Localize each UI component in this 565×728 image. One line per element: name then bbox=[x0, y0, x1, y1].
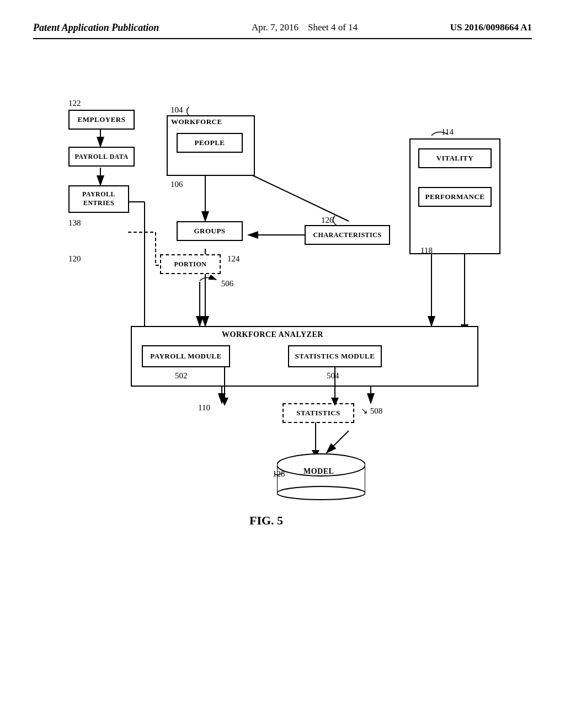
vitality-box: VITALITY bbox=[418, 148, 492, 168]
model-label: MODEL bbox=[303, 467, 334, 476]
ref-120: 120 bbox=[68, 254, 81, 264]
employers-box: EMPLOYERS bbox=[68, 110, 135, 130]
header-center: Apr. 7, 2016 Sheet 4 of 14 bbox=[252, 22, 358, 33]
svg-marker-22 bbox=[221, 398, 228, 406]
arrow-statistics bbox=[327, 367, 343, 409]
arrow-110 bbox=[216, 367, 233, 409]
header-date: Apr. 7, 2016 bbox=[252, 22, 299, 33]
portion-box: PORTION bbox=[160, 254, 221, 274]
people-box: PEOPLE bbox=[177, 133, 243, 153]
ref-128-line bbox=[271, 468, 285, 479]
performance-box: PERFORMANCE bbox=[418, 187, 492, 207]
groups-box: GROUPS bbox=[177, 221, 243, 241]
ref-106: 106 bbox=[170, 180, 183, 189]
characteristics-box: CHARACTERISTICS bbox=[305, 225, 390, 245]
ref-508: ↘ 508 bbox=[361, 406, 382, 416]
workforce-analyzer-label: WORKFORCE ANALYZER bbox=[222, 330, 323, 339]
model-cylinder bbox=[277, 453, 365, 502]
svg-point-29 bbox=[277, 486, 365, 500]
ref-118: 118 bbox=[420, 246, 433, 255]
ref-506: 506 bbox=[197, 275, 233, 288]
header-right: US 2016/0098664 A1 bbox=[450, 22, 532, 33]
ref-110: 110 bbox=[198, 403, 210, 413]
ref-104: 104 bbox=[170, 105, 183, 115]
page: Patent Application Publication Apr. 7, 2… bbox=[0, 0, 565, 728]
payroll-module-box: PAYROLL MODULE bbox=[142, 345, 230, 367]
header-left: Patent Application Publication bbox=[33, 22, 159, 34]
ref-114: 114 bbox=[441, 127, 454, 137]
ref-122: 122 bbox=[68, 99, 81, 108]
statistics-module-box: STATISTICS MODULE bbox=[288, 345, 382, 367]
payroll-data-box: PAYROLL DATA bbox=[68, 147, 135, 167]
ref-138: 138 bbox=[68, 218, 81, 228]
ref-126: 126 bbox=[321, 216, 334, 225]
ref-124: 124 bbox=[227, 254, 240, 264]
ref-502: 502 bbox=[175, 371, 188, 381]
header-sheet: Sheet 4 of 14 bbox=[308, 22, 358, 33]
svg-marker-24 bbox=[331, 398, 339, 406]
payroll-entries-box: PAYROLLENTRIES bbox=[68, 185, 129, 213]
page-header: Patent Application Publication Apr. 7, 2… bbox=[33, 22, 532, 39]
workforce-label: WORKFORCE bbox=[171, 117, 222, 126]
diagram: 122 EMPLOYERS PAYROLL DATA PAYROLLENTRIE… bbox=[34, 50, 531, 629]
statistics-box: STATISTICS bbox=[282, 403, 354, 423]
figure-caption: FIG. 5 bbox=[249, 513, 283, 528]
